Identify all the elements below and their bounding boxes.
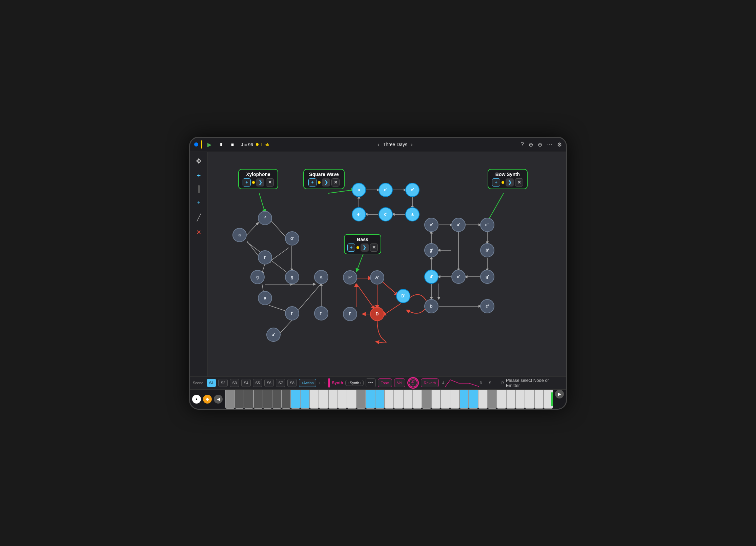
tone-button[interactable]: Tone (378, 378, 392, 387)
node-x-f1[interactable]: f (258, 211, 272, 225)
piano-orange-btn[interactable]: ◆ (203, 395, 212, 404)
key-c1[interactable]: C1 (225, 390, 235, 409)
node-x-a2[interactable]: a (314, 270, 328, 284)
key-f1[interactable] (253, 390, 263, 409)
grid-icon[interactable]: ⋯ (547, 141, 552, 148)
key-a4[interactable] (469, 390, 478, 409)
key-d2[interactable] (300, 390, 310, 409)
node-b-Fp[interactable]: F' (343, 270, 357, 285)
key-e3[interactable] (375, 390, 385, 409)
node-bs-g2[interactable]: g' (480, 270, 494, 284)
node-bs-ep[interactable]: e' (424, 218, 438, 232)
node-sw-a2[interactable]: a (405, 207, 420, 221)
key-c3[interactable]: C2 (356, 390, 366, 409)
emitter-bass-add[interactable]: + (347, 243, 355, 252)
key-e4[interactable] (441, 390, 450, 409)
key-e5[interactable] (506, 390, 516, 409)
scene-s3[interactable]: S3 (230, 379, 239, 387)
scene-s6[interactable]: S6 (264, 379, 274, 387)
emitter-xylophone-add[interactable]: + (243, 178, 251, 187)
node-bs-cpp[interactable]: c'' (480, 218, 494, 232)
piano-prev-btn[interactable]: ◀ (214, 395, 223, 404)
key-f4[interactable] (450, 390, 459, 409)
synth-nav[interactable]: ‹ Synth › (345, 380, 364, 386)
key-b3[interactable] (413, 390, 422, 409)
help-icon[interactable]: ? (521, 141, 524, 148)
prev-song-button[interactable]: ‹ (377, 141, 380, 148)
node-sw-ep2[interactable]: e' (352, 207, 366, 221)
synth-next[interactable]: › (360, 381, 361, 385)
scene-s5[interactable]: S5 (253, 379, 262, 387)
emitter-square-wave[interactable]: Square Wave + ❯ ✕ (303, 169, 345, 189)
delete-tool[interactable]: ✕ (193, 227, 205, 238)
small-add-tool[interactable]: + (193, 197, 205, 208)
key-g4[interactable] (459, 390, 469, 409)
key-d4[interactable] (431, 390, 441, 409)
key-f5[interactable] (515, 390, 525, 409)
key-e2[interactable] (310, 390, 319, 409)
node-bs-gp[interactable]: g' (424, 243, 438, 257)
node-x-dp[interactable]: d' (285, 231, 299, 246)
diagonal-tool[interactable]: ╱ (193, 212, 205, 223)
emitter-xylophone[interactable]: Xylophone + ❯ ✕ (238, 169, 278, 189)
emitter-xylophone-play[interactable]: ❯ (256, 178, 264, 187)
node-x-f4[interactable]: f' (314, 306, 328, 320)
key-g1[interactable] (263, 390, 272, 409)
key-d5[interactable] (497, 390, 506, 409)
settings-icon[interactable]: ⚙ (557, 141, 562, 148)
zoom-out-icon[interactable]: ⊖ (538, 141, 542, 148)
node-b-Ap[interactable]: A' (370, 270, 384, 285)
key-g5[interactable] (525, 390, 534, 409)
play-button[interactable]: ▶ (205, 140, 214, 149)
scene-s8[interactable]: S8 (287, 379, 297, 387)
node-b-Dp[interactable]: D' (396, 289, 410, 303)
node-bs-cp[interactable]: c' (480, 299, 494, 313)
node-bs-bp[interactable]: b' (480, 243, 494, 257)
key-c2-start[interactable] (291, 390, 300, 409)
reverb-button[interactable]: Reverb (421, 378, 439, 387)
vol-button[interactable]: Vol (394, 378, 405, 387)
scene-action[interactable]: +Action (299, 379, 316, 387)
node-bs-ap[interactable]: a' (451, 218, 466, 232)
key-b4[interactable] (478, 390, 488, 409)
key-a1[interactable] (272, 390, 282, 409)
move-tool[interactable]: ✥ (193, 155, 205, 167)
key-a3[interactable] (403, 390, 413, 409)
add-tool[interactable]: + (193, 170, 205, 182)
stop-button[interactable]: ■ (228, 140, 237, 149)
emitter-square-wave-add[interactable]: + (308, 178, 316, 187)
key-c5[interactable] (488, 390, 497, 409)
emitter-bow-synth-play[interactable]: ❯ (506, 178, 514, 187)
node-x-g2[interactable]: g (285, 270, 299, 284)
node-sw-cp[interactable]: c' (379, 183, 393, 197)
node-x-f2[interactable]: f' (258, 250, 272, 265)
emitter-square-wave-play[interactable]: ❯ (322, 178, 330, 187)
node-sw-a[interactable]: a (352, 183, 366, 197)
key-d3[interactable] (366, 390, 375, 409)
piano-next-btn[interactable]: ▶ (555, 390, 564, 398)
synth-prev[interactable]: ‹ (348, 381, 349, 385)
emitter-xylophone-close[interactable]: ✕ (266, 178, 274, 187)
piano-white-btn[interactable]: ● (192, 395, 201, 404)
key-c4[interactable] (422, 390, 431, 409)
scene-s7[interactable]: S7 (276, 379, 285, 387)
next-song-button[interactable]: › (411, 141, 413, 148)
emitter-bass[interactable]: Bass + ❯ ✕ (344, 234, 381, 254)
node-x-a[interactable]: a (232, 228, 247, 242)
node-x-a3[interactable]: a (258, 291, 272, 305)
node-b-F[interactable]: F (343, 307, 357, 321)
link-label[interactable]: Link (261, 142, 269, 147)
pause-button[interactable]: ⏸ (217, 140, 225, 149)
node-x-f3[interactable]: f' (285, 306, 299, 320)
emitter-bass-close[interactable]: ✕ (370, 243, 378, 252)
emitter-square-wave-close[interactable]: ✕ (331, 178, 340, 187)
node-b-D[interactable]: D (370, 307, 384, 321)
key-b1[interactable] (282, 390, 291, 409)
node-x-a4[interactable]: a' (266, 328, 281, 342)
scene-s2[interactable]: S2 (218, 379, 228, 387)
key-e1[interactable] (244, 390, 253, 409)
emitter-bass-play[interactable]: ❯ (361, 243, 368, 252)
node-sw-cp2[interactable]: c' (379, 207, 393, 221)
zoom-in-icon[interactable]: ⊕ (529, 141, 533, 148)
emitter-bow-synth-close[interactable]: ✕ (515, 178, 523, 187)
